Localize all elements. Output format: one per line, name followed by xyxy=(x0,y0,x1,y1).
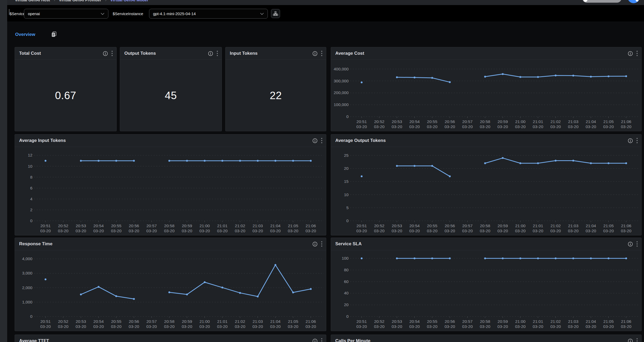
svg-text:03-20: 03-20 xyxy=(603,324,614,329)
svg-text:21:02: 21:02 xyxy=(550,319,561,324)
svg-text:03-20: 03-20 xyxy=(462,229,473,233)
svg-text:4: 4 xyxy=(30,197,32,201)
svg-text:03-20: 03-20 xyxy=(356,229,367,233)
panel-input-tokens: Input Tokens 22 xyxy=(225,47,326,131)
breadcrumb-item-host[interactable]: Virtual GenAI Host xyxy=(15,0,50,2)
svg-text:21:01: 21:01 xyxy=(533,319,543,324)
panel-menu-button[interactable] xyxy=(321,241,323,247)
svg-text:20:51: 20:51 xyxy=(357,223,367,228)
panel-menu-button[interactable] xyxy=(111,50,113,57)
svg-text:03-20: 03-20 xyxy=(603,229,614,233)
panel-menu-button[interactable] xyxy=(636,50,638,57)
panel-title: Calls Per Minute xyxy=(335,338,628,342)
svg-text:3,000: 3,000 xyxy=(22,271,32,275)
svg-text:03-20: 03-20 xyxy=(182,324,192,329)
svg-text:03-20: 03-20 xyxy=(356,324,367,329)
svg-text:21:01: 21:01 xyxy=(217,319,228,324)
svg-text:03-20: 03-20 xyxy=(568,124,579,129)
info-icon[interactable] xyxy=(312,138,317,143)
average-input-tokens-chart[interactable]: 02468101220:5103-2020:5203-2020:5303-202… xyxy=(15,147,325,235)
panel-header: Response Time xyxy=(15,238,326,250)
breadcrumb-item-model[interactable]: Virtual GenAI Model xyxy=(110,0,148,2)
svg-text:21:06: 21:06 xyxy=(306,223,316,228)
header-avatar-button[interactable] xyxy=(628,0,640,3)
panel-title: Average TTFT xyxy=(19,338,312,342)
topology-button[interactable] xyxy=(271,9,280,18)
variables-toolbar: $Service openai $ServiceInstance gpt-4.1… xyxy=(7,5,644,22)
panel-menu-button[interactable] xyxy=(321,50,323,57)
svg-text:03-20: 03-20 xyxy=(427,324,438,329)
svg-text:21:06: 21:06 xyxy=(621,319,631,324)
svg-text:21:03: 21:03 xyxy=(253,223,263,228)
info-icon[interactable] xyxy=(312,339,317,342)
average-output-tokens-chart[interactable]: 051015202520:5103-2020:5203-2020:5303-20… xyxy=(331,147,641,235)
info-icon[interactable] xyxy=(628,138,633,143)
svg-text:20:52: 20:52 xyxy=(374,119,384,124)
svg-text:20:58: 20:58 xyxy=(164,319,175,324)
breadcrumb: Virtual GenAI Host › Virtual GenAI Provi… xyxy=(15,0,148,2)
svg-text:21:00: 21:00 xyxy=(200,223,210,228)
service-dropdown[interactable]: openai xyxy=(24,9,108,19)
svg-text:03-20: 03-20 xyxy=(550,124,561,129)
average-cost-chart[interactable]: 0100,000200,000300,000400,00020:5103-202… xyxy=(331,60,641,131)
info-icon[interactable] xyxy=(208,51,213,56)
response-time-chart[interactable]: 01,0002,0003,0004,00020:5103-2020:5203-2… xyxy=(15,250,325,331)
svg-text:20:51: 20:51 xyxy=(40,223,51,228)
info-icon[interactable] xyxy=(103,51,108,56)
svg-text:0: 0 xyxy=(30,218,32,223)
svg-text:20: 20 xyxy=(344,302,349,307)
svg-text:03-20: 03-20 xyxy=(76,324,86,329)
panel-menu-button[interactable] xyxy=(636,338,638,342)
panel-title: Average Output Tokens xyxy=(335,138,628,143)
svg-text:03-20: 03-20 xyxy=(550,324,561,329)
svg-text:03-20: 03-20 xyxy=(93,324,104,329)
panel-menu-button[interactable] xyxy=(216,50,218,57)
svg-text:03-20: 03-20 xyxy=(374,229,385,233)
svg-text:03-20: 03-20 xyxy=(374,324,385,329)
breadcrumb-item-provider[interactable]: Virtual GenAI Provider xyxy=(59,0,101,2)
svg-text:21:06: 21:06 xyxy=(621,119,631,124)
svg-text:20:56: 20:56 xyxy=(445,119,455,124)
stat-value: 22 xyxy=(270,90,282,102)
svg-text:20:53: 20:53 xyxy=(392,319,402,324)
panel-menu-button[interactable] xyxy=(321,338,323,342)
svg-text:21:02: 21:02 xyxy=(550,223,561,228)
panel-header: Calls Per Minute xyxy=(331,335,641,342)
svg-text:20:54: 20:54 xyxy=(94,223,104,228)
svg-text:21:04: 21:04 xyxy=(586,223,596,228)
instance-dropdown[interactable]: gpt-4.1-mini-2025-04-14 xyxy=(149,9,268,19)
header-pill-button[interactable] xyxy=(582,0,622,3)
svg-text:03-20: 03-20 xyxy=(497,324,508,329)
tab-overview[interactable]: Overview xyxy=(15,32,35,37)
svg-text:20:52: 20:52 xyxy=(374,223,384,228)
breadcrumb-bar: Virtual GenAI Host › Virtual GenAI Provi… xyxy=(7,0,644,5)
svg-text:21:05: 21:05 xyxy=(288,319,298,324)
panel-menu-button[interactable] xyxy=(636,241,638,247)
svg-text:0: 0 xyxy=(346,218,349,223)
info-icon[interactable] xyxy=(312,242,317,247)
svg-text:21:00: 21:00 xyxy=(515,119,526,124)
service-sla-chart[interactable]: 02040608010020:5103-2020:5203-2020:5303-… xyxy=(331,250,641,331)
svg-text:21:04: 21:04 xyxy=(586,119,596,124)
svg-text:03-20: 03-20 xyxy=(40,229,51,233)
info-icon[interactable] xyxy=(628,51,633,56)
svg-text:20: 20 xyxy=(344,166,349,171)
panel-menu-button[interactable] xyxy=(321,137,323,144)
info-icon[interactable] xyxy=(628,339,633,342)
breadcrumb-separator: › xyxy=(54,0,55,2)
svg-text:03-20: 03-20 xyxy=(146,324,157,329)
svg-text:03-20: 03-20 xyxy=(462,124,473,129)
panel-response-time: Response Time 01,0002,0003,0004,00020:51… xyxy=(15,238,326,331)
info-icon[interactable] xyxy=(312,51,317,56)
panel-menu-button[interactable] xyxy=(636,137,638,144)
info-icon[interactable] xyxy=(628,242,633,247)
svg-text:03-20: 03-20 xyxy=(217,324,228,329)
copy-pages-icon[interactable] xyxy=(51,31,57,37)
svg-text:20:58: 20:58 xyxy=(164,223,175,228)
svg-text:03-20: 03-20 xyxy=(93,229,104,233)
svg-text:03-20: 03-20 xyxy=(76,229,86,233)
svg-text:20:55: 20:55 xyxy=(111,319,121,324)
svg-text:03-20: 03-20 xyxy=(146,229,157,233)
svg-text:03-20: 03-20 xyxy=(444,124,455,129)
svg-text:03-20: 03-20 xyxy=(427,124,438,129)
